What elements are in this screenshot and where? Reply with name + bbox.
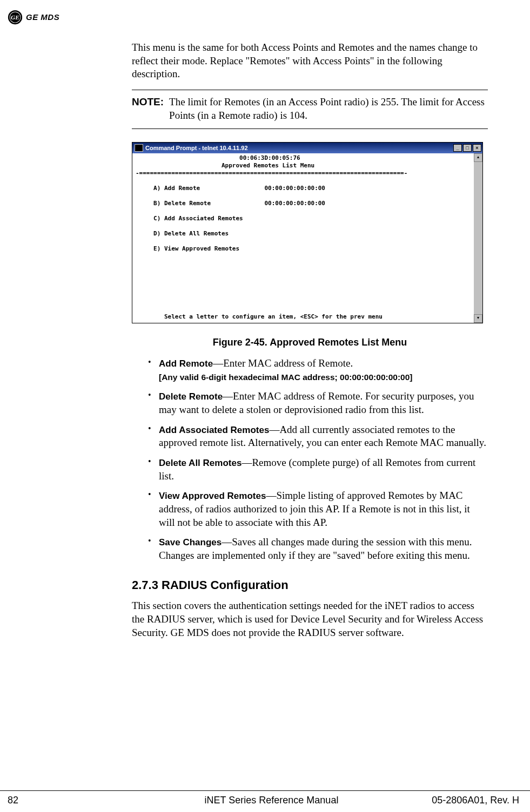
section-paragraph: This section covers the authentication s… [132,599,488,639]
cmd-icon [135,144,143,152]
list-item: Add Remote—Enter MAC address of Remote. … [148,357,488,383]
svg-text:GE: GE [11,14,19,21]
list-item: Delete All Remotes—Remove (complete purg… [148,456,488,483]
bullet-term: View Approved Remotes [159,491,266,501]
ge-logo-icon: GE [8,10,23,25]
terminal-scrollbar[interactable]: ▴ ▾ [474,153,482,323]
bullet-term: Delete All Remotes [159,458,241,468]
note-block: NOTE: The limit for Remotes (in an Acces… [132,90,488,129]
bullet-term: Save Changes [159,537,222,547]
footer-doc-id: 05-2806A01, Rev. H [411,794,530,807]
bullet-term: Add Associated Remotes [159,425,269,435]
section-heading: 2.7.3 RADIUS Configuration [132,578,488,593]
terminal-title: Command Prompt - telnet 10.4.11.92 [145,144,453,152]
list-item: View Approved Remotes—Simple listing of … [148,489,488,529]
close-button[interactable]: × [473,144,481,152]
page-header: GE GE MDS [0,0,530,28]
list-item: Save Changes—Saves all changes made duri… [148,536,488,562]
minimize-button[interactable]: _ [453,144,462,152]
bullet-term: Add Remote [159,358,213,369]
note-text: The limit for Remotes (in an Access Poin… [169,96,488,122]
scroll-down-icon[interactable]: ▾ [474,314,482,323]
bullet-list: Add Remote—Enter MAC address of Remote. … [148,357,488,563]
brand-text: GE MDS [26,12,59,23]
terminal-content: 00:06:3D:00:05:76 Approved Remotes List … [132,153,474,323]
intro-paragraph: This menu is the same for both Access Po… [132,41,488,81]
bullet-sub: [Any valid 6-digit hexadecimal MAC addre… [159,373,412,382]
bullet-desc: —Enter MAC address of Remote. [213,357,353,369]
scroll-up-icon[interactable]: ▴ [474,153,482,162]
page-footer: 82 iNET Series Reference Manual 05-2806A… [0,790,530,807]
bullet-term: Delete Remote [159,391,223,402]
terminal-window: Command Prompt - telnet 10.4.11.92 _ □ ×… [132,142,483,323]
maximize-button[interactable]: □ [463,144,472,152]
note-label: NOTE: [132,96,164,122]
figure-caption: Figure 2-45. Approved Remotes List Menu [132,336,488,349]
footer-title: iNET Series Reference Manual [132,794,411,807]
terminal-titlebar: Command Prompt - telnet 10.4.11.92 _ □ × [132,143,482,153]
list-item: Add Associated Remotes—Add all currently… [148,423,488,450]
footer-page-number: 82 [0,794,132,807]
list-item: Delete Remote—Enter MAC address of Remot… [148,390,488,416]
